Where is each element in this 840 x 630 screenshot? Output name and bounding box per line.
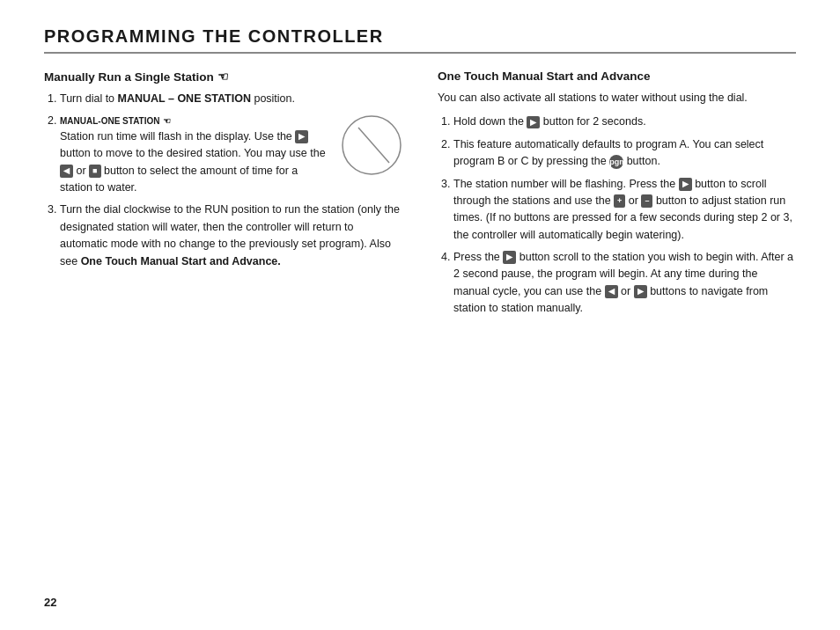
left-section-heading: Manually Run a Single Station ☜: [44, 70, 402, 84]
left-column: Manually Run a Single Station ☜ Turn dia…: [44, 70, 402, 277]
left-step-1: Turn dial to MANUAL – ONE STATION positi…: [60, 91, 402, 107]
header-divider: [44, 52, 796, 54]
step1-bold: MANUAL – ONE STATION: [118, 92, 251, 105]
right-section-heading: One Touch Manual Start and Advance: [438, 70, 796, 83]
right-step-4: Press the ▶ button scroll to the station…: [453, 249, 796, 318]
right-step-1: Hold down the ▶ button for 2 seconds.: [453, 114, 796, 130]
right-back-btn: ◀: [605, 285, 618, 298]
dial-svg: [341, 114, 402, 176]
step2-text: MANUAL-ONE STATION ☜ Station run time wi…: [60, 114, 332, 196]
page-number: 22: [44, 596, 56, 609]
left-step-3: Turn the dial clockwise to the RUN posit…: [60, 201, 402, 270]
step2-row: MANUAL-ONE STATION ☜ Station run time wi…: [60, 114, 402, 196]
page-title: PROGRAMMING THE CONTROLLER: [44, 26, 796, 47]
right-column: One Touch Manual Start and Advance You c…: [438, 70, 796, 325]
left-step-2: MANUAL-ONE STATION ☜ Station run time wi…: [60, 113, 402, 196]
left-heading-text: Manually Run a Single Station: [44, 70, 214, 84]
right-fwd-btn-3: ▶: [503, 251, 516, 264]
section-intro: You can also activate all stations to wa…: [438, 90, 796, 106]
step3-bold: One Touch Manual Start and Advance.: [81, 255, 281, 267]
right-fwd-btn-2: ▶: [679, 178, 692, 191]
dial-illustration: [341, 114, 402, 181]
content-columns: Manually Run a Single Station ☜ Turn dia…: [44, 70, 796, 325]
left-steps-list: Turn dial to MANUAL – ONE STATION positi…: [44, 91, 402, 270]
stop-btn-icon: ■: [89, 165, 100, 178]
svg-line-1: [358, 128, 389, 163]
fwd-btn-icon: ▶: [295, 130, 308, 143]
hand-icon: ☜: [217, 70, 229, 84]
right-step-3: The station number will be flashing. Pre…: [453, 176, 796, 245]
right-heading-text: One Touch Manual Start and Advance: [438, 70, 651, 83]
svg-point-0: [343, 116, 401, 174]
page-header: PROGRAMMING THE CONTROLLER: [44, 26, 796, 54]
right-minus-btn: –: [641, 194, 652, 208]
dial-label-text: MANUAL-ONE STATION: [60, 114, 160, 128]
right-step-2: This feature automatically defaults to p…: [453, 136, 796, 171]
prog-btn: pgm: [609, 155, 623, 169]
right-fwd-btn-4: ▶: [634, 285, 647, 298]
right-steps-list: Hold down the ▶ button for 2 seconds. Th…: [438, 114, 796, 317]
right-plus-btn: +: [614, 194, 625, 208]
right-fwd-btn-1: ▶: [527, 116, 540, 129]
dial-label: MANUAL-ONE STATION ☜: [60, 114, 332, 128]
page-container: PROGRAMMING THE CONTROLLER Manually Run …: [0, 0, 840, 630]
back-btn-icon: ◀: [60, 165, 73, 178]
dial-hand-icon: ☜: [163, 114, 171, 128]
